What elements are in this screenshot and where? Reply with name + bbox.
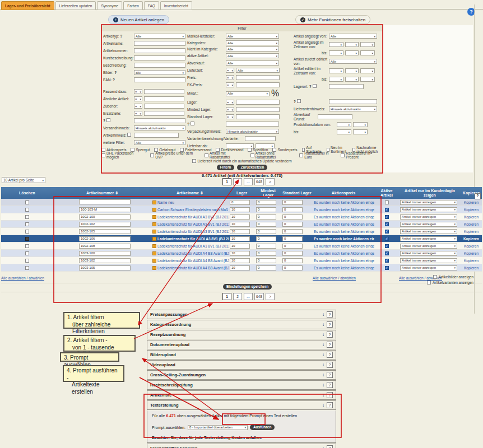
filter-input[interactable] bbox=[236, 100, 280, 105]
artikelnummer-input[interactable]: 1002-105 bbox=[79, 229, 131, 234]
article-link[interactable]: Ladekantenschutz für AUDI A3 8V1 (BJ 201… bbox=[157, 244, 229, 248]
flag-checkbox[interactable] bbox=[205, 153, 208, 157]
filter-input[interactable] bbox=[144, 89, 184, 94]
filter-select[interactable]: Alle▾ bbox=[236, 68, 280, 73]
filter-input[interactable] bbox=[329, 99, 377, 104]
standard-lager-input[interactable]: 0 bbox=[282, 200, 303, 205]
artikelnummer-input[interactable]: 100-103-M bbox=[79, 207, 131, 212]
help-icon[interactable]: ? bbox=[113, 78, 115, 82]
filter-input[interactable] bbox=[134, 63, 185, 68]
expand-arrow-icon[interactable]: ↓ bbox=[322, 352, 324, 357]
accordion-item-rechtschreibpr-fung[interactable]: Rechtschreibprüfung↓? bbox=[147, 380, 336, 390]
help-icon[interactable]: ? bbox=[103, 119, 105, 123]
delete-checkbox[interactable] bbox=[25, 237, 29, 241]
kundenlogin-select[interactable]: Artikel immer anzeigen▾ bbox=[400, 214, 457, 220]
filter-select[interactable]: Alle▾ bbox=[329, 59, 377, 64]
filter-input[interactable] bbox=[226, 122, 279, 127]
standard-lager-input[interactable]: 0 bbox=[282, 229, 303, 234]
active-checkbox[interactable]: ✓ bbox=[385, 259, 389, 263]
kundenlogin-select[interactable]: Artikel immer anzeigen▾ bbox=[400, 200, 457, 205]
standard-lager-input[interactable]: 0 bbox=[282, 265, 303, 270]
copy-link[interactable]: Kopieren bbox=[464, 266, 479, 270]
filter-input[interactable] bbox=[134, 55, 185, 60]
operator-select[interactable]: =▾ bbox=[134, 104, 142, 109]
filter-input[interactable] bbox=[144, 96, 184, 101]
mindest-lager-input[interactable]: 0 bbox=[256, 258, 276, 263]
tab-synonyme[interactable]: Synonyme bbox=[97, 1, 122, 10]
help-icon[interactable]: ? bbox=[327, 362, 333, 368]
active-checkbox[interactable]: ✓ bbox=[385, 237, 389, 241]
page-button->[interactable]: > bbox=[266, 178, 275, 185]
article-link[interactable]: Ladekantenschutz für AUDI A3 8V1 (BJ 201… bbox=[157, 230, 229, 234]
active-checkbox[interactable]: ✓ bbox=[385, 222, 389, 226]
aktionspreis-link[interactable]: Es wurden noch keine Aktionen eingericht… bbox=[314, 208, 374, 212]
filter-input[interactable] bbox=[134, 41, 185, 46]
filter-select[interactable]: alle▾ bbox=[134, 70, 185, 75]
page-button-2[interactable]: 2 bbox=[233, 178, 242, 185]
mindest-lager-input[interactable]: 0 bbox=[256, 207, 276, 212]
aktionspreis-link[interactable]: Es wurden noch keine Aktionen eingericht… bbox=[314, 222, 374, 226]
article-link[interactable]: Ladekantenschutz für AUDI A4 B8 Avant (B… bbox=[157, 251, 229, 255]
accordion-item-artikelliste[interactable]: Artikelliste↓? bbox=[147, 390, 336, 400]
column-header-2[interactable]: Artikelnummer ⇕ bbox=[53, 191, 151, 195]
filter-checkbox[interactable] bbox=[127, 133, 131, 137]
delete-checkbox[interactable] bbox=[25, 200, 29, 204]
delete-checkbox[interactable] bbox=[25, 208, 29, 212]
mindest-lager-input[interactable]: 0 bbox=[256, 236, 276, 241]
accordion-item-videoupload[interactable]: Videoupload↓? bbox=[147, 360, 336, 370]
expand-arrow-icon[interactable]: ↓ bbox=[322, 372, 324, 377]
date-select[interactable]: ▾ bbox=[353, 122, 368, 127]
column-header-3[interactable]: Artikelname ⇕ bbox=[151, 191, 229, 195]
filter-checkbox[interactable] bbox=[297, 99, 301, 103]
filter-input[interactable] bbox=[134, 77, 185, 82]
active-checkbox[interactable]: ✓ bbox=[385, 244, 389, 248]
date-select[interactable]: ▾ bbox=[360, 77, 375, 82]
filter-input[interactable] bbox=[134, 133, 179, 138]
expand-arrow-icon[interactable]: ↓ bbox=[322, 446, 324, 448]
page-button-1[interactable]: 1 bbox=[222, 293, 231, 300]
aktionspreis-link[interactable]: Es wurden noch keine Aktionen eingericht… bbox=[314, 259, 374, 263]
accordion-item-rezeptzuordnung[interactable]: Rezeptzuordnung↓? bbox=[147, 330, 336, 339]
lager-input[interactable]: 0 bbox=[230, 200, 250, 205]
filter-input[interactable] bbox=[236, 82, 280, 87]
filter-input[interactable] bbox=[134, 48, 185, 53]
article-link[interactable]: Ladekantenschutz für AUDI A3 8V1 (BJ 201… bbox=[157, 222, 229, 226]
help-icon[interactable]: ? bbox=[327, 332, 333, 338]
filter-input[interactable] bbox=[236, 75, 280, 80]
page-button-648[interactable]: 648 bbox=[254, 293, 264, 300]
artikelnummer-input[interactable]: 1002-102 bbox=[79, 222, 131, 227]
article-link[interactable]: Ladekantenschutz für AUDI A3 8V1 (BJ 201… bbox=[157, 237, 229, 241]
flag-checkbox[interactable] bbox=[101, 153, 105, 157]
date-select[interactable]: ▾ bbox=[345, 77, 359, 82]
prompt-select[interactable]: 8 - Importartikel überarbeiten▾ bbox=[188, 425, 248, 430]
filter-input[interactable] bbox=[329, 84, 364, 89]
delete-checkbox[interactable] bbox=[25, 222, 29, 226]
lager-input[interactable]: 10 bbox=[230, 251, 250, 256]
standard-lager-input[interactable]: 0 bbox=[282, 236, 303, 241]
artikelnummer-input[interactable]: 1003-102 bbox=[79, 258, 131, 263]
option-checkbox[interactable] bbox=[433, 275, 437, 279]
date-select[interactable]: ▾ bbox=[329, 42, 343, 47]
date-select[interactable]: ▾ bbox=[337, 129, 351, 134]
copy-link[interactable]: Kopieren bbox=[464, 230, 479, 234]
operator-select[interactable]: =▾ bbox=[134, 96, 142, 101]
expand-arrow-icon[interactable]: ↓ bbox=[322, 342, 324, 347]
help-icon[interactable]: ? bbox=[327, 392, 333, 398]
aktionspreis-link[interactable]: Es wurden noch keine Aktionen eingericht… bbox=[314, 237, 374, 241]
kundenlogin-select[interactable]: Artikel immer anzeigen▾ bbox=[400, 207, 457, 212]
help-icon[interactable]: ? bbox=[327, 382, 333, 388]
date-select[interactable]: ▾ bbox=[329, 68, 343, 73]
filter-select[interactable]: Hinweis aktiv/inaktiv▾ bbox=[329, 106, 377, 111]
date-select[interactable]: ▾ bbox=[353, 129, 368, 134]
operator-select[interactable]: =▾ bbox=[134, 111, 142, 116]
filter-select[interactable]: Alle▾ bbox=[226, 34, 279, 39]
date-select[interactable]: ▾ bbox=[360, 68, 375, 73]
aktionspreis-link[interactable]: Es wurden noch keine Aktionen eingericht… bbox=[314, 215, 374, 219]
page-button-...[interactable]: ... bbox=[244, 293, 253, 300]
operator-select[interactable]: =▾ bbox=[226, 75, 234, 80]
filter-input[interactable] bbox=[236, 114, 280, 119]
copy-link[interactable]: Kopieren bbox=[463, 237, 479, 241]
accordion-item-dokumentenupload[interactable]: Dokumentenupload↓? bbox=[147, 340, 336, 349]
standard-lager-input[interactable]: 0 bbox=[282, 244, 303, 249]
filter-select[interactable]: Alle▾ bbox=[134, 34, 185, 39]
